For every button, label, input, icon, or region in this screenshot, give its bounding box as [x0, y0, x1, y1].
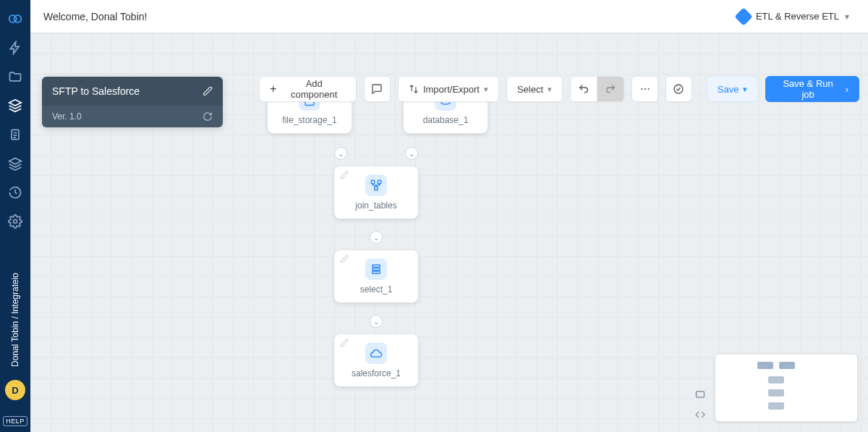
fit-view-button[interactable]: [693, 387, 707, 402]
node-label: salesforce_1: [352, 368, 401, 378]
nav-rail: Donal Tobin / Integrateio D HELP: [0, 0, 30, 432]
folder-icon[interactable]: [0, 62, 30, 91]
import-export-button[interactable]: Import/Export ▾: [398, 76, 499, 102]
port-file-out[interactable]: ⌄: [334, 147, 347, 160]
workflow-canvas[interactable]: SFTP to Salesforce Ver. 1.0 + Add compon…: [30, 33, 868, 432]
undo-redo-group: [570, 76, 624, 102]
chevron-down-icon: ▾: [484, 85, 488, 94]
svg-rect-12: [373, 265, 380, 267]
svg-rect-9: [371, 180, 375, 184]
workflow-version: Ver. 1.0: [52, 111, 82, 122]
layers-icon[interactable]: [0, 149, 30, 178]
add-component-button[interactable]: + Add component: [259, 76, 357, 102]
redo-button[interactable]: [597, 76, 624, 102]
svg-rect-14: [373, 271, 380, 274]
clipboard-icon[interactable]: [0, 120, 30, 149]
node-label: select_1: [360, 284, 393, 295]
logo-icon[interactable]: [0, 4, 30, 33]
node-label: database_1: [423, 115, 469, 125]
validate-button[interactable]: [665, 76, 692, 102]
port-db-out[interactable]: ⌄: [405, 147, 418, 160]
join-icon: [365, 174, 387, 196]
svg-rect-13: [373, 268, 380, 271]
chevron-down-icon: ▾: [548, 85, 552, 94]
toolbar: + Add component Import/Export ▾ Select ▾: [259, 76, 859, 102]
svg-rect-10: [378, 180, 381, 184]
undo-button[interactable]: [570, 76, 597, 102]
node-label: file_storage_1: [282, 115, 336, 125]
edit-node-icon[interactable]: [340, 255, 349, 263]
chevron-down-icon: ▾: [845, 12, 849, 22]
workspace-icon: [734, 7, 752, 25]
gear-icon[interactable]: [0, 207, 30, 236]
org-label: Donal Tobin / Integrateio: [10, 273, 20, 367]
svg-point-7: [674, 85, 683, 93]
workspace-label: ETL & Reverse ETL: [756, 11, 839, 22]
port-select-out[interactable]: ⌄: [370, 315, 383, 328]
edit-node-icon[interactable]: [340, 339, 349, 347]
workflow-info-panel: SFTP to Salesforce Ver. 1.0: [42, 77, 223, 127]
plus-icon: +: [270, 83, 276, 95]
arrow-right-icon: ›: [846, 84, 848, 95]
import-export-label: Import/Export: [423, 84, 480, 95]
save-run-button[interactable]: Save & Run job ›: [765, 76, 859, 102]
help-button[interactable]: HELP: [3, 416, 27, 426]
edit-title-button[interactable]: [203, 86, 213, 96]
save-label: Save: [718, 84, 739, 95]
more-menu-button[interactable]: [631, 76, 658, 102]
node-join[interactable]: join_tables: [334, 166, 418, 219]
chevron-down-icon: ▾: [743, 85, 747, 94]
select-icon: [365, 258, 387, 280]
canvas-controls: [693, 387, 707, 422]
select-label: Select: [517, 84, 543, 95]
svg-point-3: [14, 220, 17, 224]
welcome-text: Welcome, Donal Tobin!: [43, 11, 147, 22]
box-icon[interactable]: [0, 91, 30, 120]
comment-button[interactable]: [364, 76, 391, 102]
cloud-icon: [365, 342, 387, 364]
node-salesforce[interactable]: salesforce_1: [334, 334, 418, 386]
port-join-out[interactable]: ⌄: [370, 231, 383, 244]
code-view-button[interactable]: [693, 407, 707, 422]
history-icon[interactable]: [0, 178, 30, 207]
workflow-title: SFTP to Salesforce: [52, 85, 140, 97]
svg-point-6: [647, 88, 649, 90]
svg-point-5: [644, 88, 645, 90]
refresh-button[interactable]: [203, 111, 213, 122]
node-select[interactable]: select_1: [334, 250, 418, 302]
save-button[interactable]: Save ▾: [707, 76, 759, 102]
edit-node-icon[interactable]: [340, 171, 349, 179]
save-run-label: Save & Run job: [776, 78, 839, 100]
svg-rect-15: [697, 391, 705, 397]
workspace-selector[interactable]: ETL & Reverse ETL ▾: [731, 7, 855, 26]
svg-point-4: [641, 88, 642, 90]
topbar: Welcome, Donal Tobin! ETL & Reverse ETL …: [30, 0, 868, 33]
svg-rect-11: [375, 187, 378, 190]
node-label: join_tables: [355, 200, 396, 211]
bolt-icon[interactable]: [0, 33, 30, 62]
add-component-label: Add component: [282, 78, 346, 100]
select-tool-button[interactable]: Select ▾: [506, 76, 563, 102]
svg-point-1: [14, 15, 21, 22]
minimap[interactable]: [715, 354, 858, 422]
avatar[interactable]: D: [5, 380, 25, 400]
